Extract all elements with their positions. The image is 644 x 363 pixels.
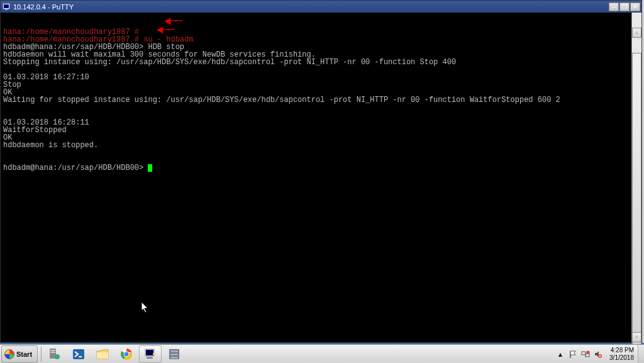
svg-rect-20 (170, 354, 178, 355)
svg-rect-2 (5, 9, 8, 10)
close-button[interactable]: ✕ (630, 3, 640, 11)
svg-rect-15 (148, 356, 152, 357)
terminal-line: WaitforStopped (3, 126, 639, 134)
prompt: hdbadm@hana:/usr/sap/HDB/HDB00> (3, 164, 148, 172)
svg-rect-17 (153, 353, 156, 355)
svg-rect-23 (586, 354, 589, 357)
taskbar: Start ▴ 4:28 PM 3/1/2018 (0, 344, 644, 363)
svg-point-24 (587, 350, 590, 354)
svg-point-6 (55, 354, 60, 359)
terminal-area[interactable]: hana:/home/mannchoudhary1987 #hana:/home… (1, 13, 641, 342)
svg-rect-9 (97, 352, 108, 359)
tray-sound-icon[interactable] (593, 349, 603, 359)
terminal-line (3, 104, 639, 111)
svg-rect-5 (50, 352, 55, 353)
putty-icon (2, 3, 11, 11)
taskbar-app-icon[interactable] (163, 345, 186, 363)
svg-rect-14 (146, 350, 153, 355)
svg-point-12 (125, 352, 129, 356)
terminal-line: Waiting for stopped instance using: /usr… (3, 96, 639, 104)
window-controls: ─ ❐ ✕ (609, 3, 640, 11)
maximize-button[interactable]: ❐ (619, 3, 630, 11)
taskbar-clock[interactable]: 4:28 PM 3/1/2018 (606, 347, 638, 362)
start-button[interactable]: Start (1, 345, 38, 363)
cursor (148, 164, 152, 172)
terminal-line: 01.03.2018 16:27:10 (3, 74, 639, 81)
svg-rect-22 (582, 352, 586, 355)
tray-flag-icon[interactable] (568, 349, 578, 359)
show-desktop-button[interactable] (638, 345, 644, 364)
start-orb-icon (4, 349, 14, 359)
start-label: Start (16, 350, 32, 358)
scroll-up-button[interactable]: ▲ (632, 28, 641, 38)
tray-show-hidden-icon[interactable]: ▴ (555, 349, 565, 359)
svg-rect-19 (170, 350, 178, 352)
taskbar-powershell-icon[interactable] (67, 345, 90, 363)
minimize-button[interactable]: ─ (609, 3, 619, 11)
tray-network-icon[interactable] (580, 349, 591, 359)
putty-window: 10.142.0.4 - PuTTY ─ ❐ ✕ hana:/home/mann… (0, 0, 642, 343)
taskbar-putty-icon[interactable] (139, 345, 162, 363)
svg-rect-16 (147, 357, 153, 359)
svg-rect-4 (50, 350, 55, 351)
svg-rect-21 (170, 357, 178, 359)
taskbar-chrome-icon[interactable] (115, 345, 138, 363)
titlebar[interactable]: 10.142.0.4 - PuTTY ─ ❐ ✕ (1, 1, 641, 13)
annotation-arrow-1: ◄╌╌ (164, 18, 180, 25)
terminal-line: Stop (3, 81, 639, 89)
terminal-line: 01.03.2018 16:28:11 (3, 119, 639, 126)
terminal-line: Stopping instance using: /usr/sap/HDB/SY… (3, 59, 639, 66)
system-tray: ▴ (553, 349, 606, 359)
scroll-thumb[interactable] (632, 53, 641, 362)
terminal-line (3, 66, 639, 74)
clock-date: 3/1/2018 (609, 354, 634, 362)
terminal-line: OK (3, 134, 639, 142)
terminal-line (3, 111, 639, 119)
taskbar-explorer-icon[interactable] (91, 345, 114, 363)
window-title: 10.142.0.4 - PuTTY (13, 3, 609, 11)
scroll-down-button[interactable]: ▼ (632, 332, 641, 342)
svg-rect-1 (4, 4, 9, 8)
taskbar-divider (41, 347, 42, 362)
scrollbar[interactable]: ▲ ▼ (631, 13, 641, 342)
clock-time: 4:28 PM (609, 347, 634, 354)
terminal-line: hdbdaemon is stopped. (3, 142, 639, 149)
taskbar-server-manager-icon[interactable] (43, 345, 66, 363)
